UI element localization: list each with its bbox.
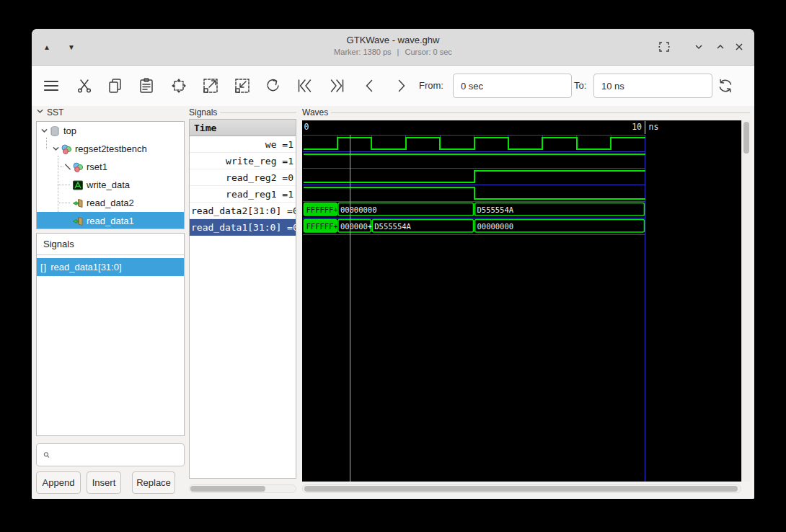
window-title: GTKWave - wave.ghw xyxy=(32,35,754,45)
zoom-fit-icon[interactable] xyxy=(170,77,187,94)
signals-frame-label: Signals xyxy=(189,107,217,118)
chevron-right-icon[interactable] xyxy=(63,163,72,171)
sst-panel: SST topregset2testbenchrset1write_datare… xyxy=(36,107,185,496)
next-edge-icon[interactable] xyxy=(392,77,410,94)
search-icon xyxy=(43,450,50,460)
signals-horizontal-scrollbar[interactable] xyxy=(189,484,296,493)
signal-value: =00000000 xyxy=(287,205,296,216)
database-icon xyxy=(49,125,61,137)
tree-item-label: regset2testbench xyxy=(75,143,147,154)
tree-item-label: rset1 xyxy=(87,161,107,172)
zoom-out-icon[interactable] xyxy=(234,77,251,94)
waveform-svg: 010nsFFFFFF+00000000D555554AFFFFFF+00000… xyxy=(302,120,741,482)
cut-icon[interactable] xyxy=(76,77,93,94)
prev-edge-icon[interactable] xyxy=(361,77,379,94)
subtitle-separator: | xyxy=(397,48,399,56)
bit-trace-read_reg1 xyxy=(304,187,645,199)
signal-name: we xyxy=(265,139,282,150)
svg-text:0: 0 xyxy=(304,122,309,132)
tree-item-read_data2[interactable]: read_data2 xyxy=(37,194,184,212)
waves-horizontal-scrollbar[interactable] xyxy=(302,484,741,493)
signal-value: =1 xyxy=(282,156,293,167)
signal-name: read_reg2 xyxy=(226,172,282,183)
tree-item-rset1[interactable]: rset1 xyxy=(37,158,184,176)
signal-row-read_data2[31:0][interactable]: read_data2[31:0] =00000000 xyxy=(190,203,296,219)
tree-item-read_data1[interactable]: read_data1 xyxy=(37,212,184,229)
jump-start-icon[interactable] xyxy=(296,77,314,94)
signal-name: read_data1[31:0] xyxy=(191,222,287,233)
waves-frame-label: Waves xyxy=(302,107,328,118)
close-icon[interactable] xyxy=(733,40,746,53)
signal-name: write_reg xyxy=(226,156,282,167)
signal-value: =00000000 xyxy=(287,222,296,233)
menu-icon[interactable] xyxy=(43,77,60,94)
chevron-down-icon[interactable] xyxy=(40,127,49,135)
waves-vertical-scrollbar[interactable] xyxy=(741,120,750,482)
time-header[interactable]: Time xyxy=(190,120,296,136)
paste-icon[interactable] xyxy=(138,77,155,94)
module-icon xyxy=(61,143,73,155)
signal-row-read_reg1[interactable]: read_reg1 =1 xyxy=(190,186,296,203)
jump-end-icon[interactable] xyxy=(328,77,345,94)
reload-icon[interactable] xyxy=(717,77,734,94)
replace-button[interactable]: Replace xyxy=(132,471,175,494)
signal-list-label: read_data1[31:0] xyxy=(50,262,121,272)
paned-splitter-left[interactable] xyxy=(185,107,188,495)
chevron-down-icon[interactable] xyxy=(51,145,61,153)
signal-list-item[interactable]: []read_data1[31:0] xyxy=(37,258,184,276)
signal-search-box[interactable] xyxy=(36,443,185,466)
cursor-status: Cursor: 0 sec xyxy=(405,48,451,56)
tree-item-label: read_data2 xyxy=(87,198,134,208)
append-button[interactable]: Append xyxy=(36,471,81,494)
matrix-icon xyxy=(72,179,84,191)
vector-value-label: D555554A xyxy=(374,222,411,231)
search-input[interactable] xyxy=(54,443,184,466)
shade-down-icon[interactable] xyxy=(692,40,705,53)
waveform-canvas[interactable]: 010nsFFFFFF+00000000D555554AFFFFFF+00000… xyxy=(302,120,741,482)
insert-button[interactable]: Insert xyxy=(87,471,121,494)
port-out-icon xyxy=(72,198,84,209)
titlebar[interactable]: ▲ ▼ GTKWave - wave.ghw Marker: 1380 ps|C… xyxy=(32,29,754,66)
tree-item-write_data[interactable]: write_data xyxy=(37,176,184,194)
waves-scrollbar-thumb[interactable] xyxy=(304,486,738,492)
chevron-down-icon xyxy=(36,107,44,118)
tree-item-top[interactable]: top xyxy=(37,122,184,140)
undo-icon[interactable] xyxy=(265,77,282,94)
signals-pane: Signals Time we =1write_reg =1read_reg2 … xyxy=(189,107,296,496)
signal-row-write_reg[interactable]: write_reg =1 xyxy=(190,153,296,169)
to-label: To: xyxy=(574,80,586,91)
signal-row-we[interactable]: we =1 xyxy=(190,136,296,153)
signal-value: =0 xyxy=(282,172,293,183)
toolbar: From: To: xyxy=(32,66,754,107)
tree-item-label: top xyxy=(63,125,76,136)
vector-value-label: D555554A xyxy=(477,205,514,214)
signal-row-read_reg2[interactable]: read_reg2 =0 xyxy=(190,169,296,186)
from-input[interactable] xyxy=(453,74,572,98)
tree-item-regset2testbench[interactable]: regset2testbench xyxy=(37,140,184,158)
fit-window-icon[interactable] xyxy=(658,40,671,53)
waves-vscrollbar-thumb[interactable] xyxy=(743,122,749,154)
port-out-icon xyxy=(72,216,84,227)
module-icon xyxy=(72,161,84,173)
vector-brackets-icon: [] xyxy=(40,262,47,272)
paned-splitter-right[interactable] xyxy=(297,107,300,495)
vector-value-label: 000000+ xyxy=(340,222,372,231)
signal-search-results: Signals []read_data1[31:0] xyxy=(36,233,185,436)
sst-label: SST xyxy=(47,107,63,118)
sst-expander[interactable]: SST xyxy=(36,107,63,118)
zoom-in-icon[interactable] xyxy=(202,77,219,94)
bit-trace-we xyxy=(304,138,645,149)
signal-row-read_data1[31:0][interactable]: read_data1[31:0] =00000000 xyxy=(190,219,296,236)
vector-value-label: FFFFFF+ xyxy=(306,222,338,231)
tree-item-label: write_data xyxy=(87,179,130,190)
vector-value-label: 00000000 xyxy=(340,205,377,214)
vector-value-label: 00000000 xyxy=(477,222,514,231)
signals-scrollbar-thumb[interactable] xyxy=(190,486,265,492)
hierarchy-tree: topregset2testbenchrset1write_dataread_d… xyxy=(36,121,185,229)
main-area: SST topregset2testbenchrset1write_datare… xyxy=(32,106,754,499)
to-input[interactable] xyxy=(593,74,712,98)
shade-up-icon[interactable] xyxy=(714,40,727,53)
copy-icon[interactable] xyxy=(107,77,124,94)
tree-item-label: read_data1 xyxy=(87,216,134,226)
svg-text:ns: ns xyxy=(649,122,659,132)
